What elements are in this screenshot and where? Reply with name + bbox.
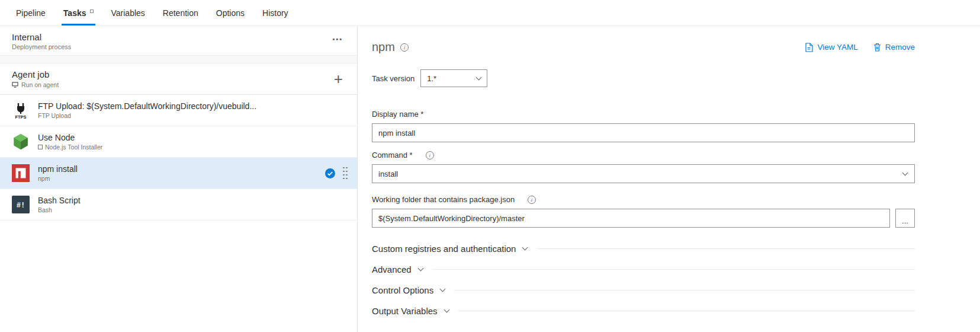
task-row-ftp-upload[interactable]: FTPS FTP Upload: $(System.DefaultWorking… [0,95,357,126]
working-folder-label: Working folder that contains package.jso… [372,195,515,204]
task-version-value: 1.* [427,74,436,83]
section-advanced[interactable]: Advanced [372,263,915,276]
section-divider [454,290,915,290]
view-yaml-button[interactable]: View YAML [805,43,857,52]
info-icon[interactable]: i [528,196,536,204]
tab-label: Pipeline [16,8,46,18]
view-yaml-label: View YAML [817,43,857,52]
process-header: Internal Deployment process ••• [0,26,357,56]
section-label: Control Options [372,285,433,295]
tab-options[interactable]: Options [207,0,253,25]
section-label: Custom registries and authentication [372,244,516,254]
chevron-down-icon [417,266,423,272]
task-subtitle: npm [38,175,50,182]
add-task-button[interactable]: + [328,71,349,87]
task-title: FTP Upload: $(System.DefaultWorkingDirec… [38,101,349,111]
remove-label: Remove [885,43,915,52]
section-custom-registries[interactable]: Custom registries and authentication [372,242,915,255]
task-title: Bash Script [38,196,349,205]
npm-icon [12,164,30,182]
tab-tasks[interactable]: Tasks [54,0,102,25]
tab-pipeline[interactable]: Pipeline [7,0,54,25]
chevron-down-icon [476,75,482,81]
svg-text:FTPS: FTPS [15,114,26,119]
process-title: Internal [12,32,71,42]
browse-button[interactable]: ... [895,209,915,228]
command-select[interactable]: install [372,164,915,183]
task-subtitle: FTP Upload [38,112,71,119]
agent-job-title: Agent job [12,69,59,79]
more-options-icon[interactable]: ••• [327,32,348,46]
bash-icon: #! [12,196,30,213]
command-label: Command * [372,151,413,159]
nodejs-icon [12,133,30,151]
tab-retention[interactable]: Retention [154,0,207,25]
section-output-variables[interactable]: Output Variables [372,304,915,317]
chevron-down-icon [522,245,528,251]
chevron-down-icon [902,170,908,176]
section-divider [536,248,915,249]
display-name-label: Display name * [372,110,423,119]
section-divider [458,311,915,311]
section-control-options[interactable]: Control Options [372,283,915,296]
remove-button[interactable]: Remove [873,43,915,52]
tab-history[interactable]: History [253,0,297,25]
node-subtitle-icon [38,145,43,149]
tab-label: History [262,8,288,18]
agent-job-row[interactable]: Agent job Run on agent + [0,63,357,95]
agent-job-subtitle: Run on agent [21,81,59,88]
working-folder-input[interactable] [372,209,890,228]
task-row-npm-install[interactable]: npm install npm [0,158,357,189]
agent-icon [12,82,18,88]
task-row-use-node[interactable]: Use Node Node.js Tool Installer [0,126,357,158]
display-name-input[interactable] [372,123,915,142]
trash-icon [873,43,881,52]
section-label: Advanced [372,264,412,274]
tab-variables[interactable]: Variables [102,0,154,25]
command-value: install [378,170,398,178]
yaml-file-icon [805,43,813,52]
tab-label: Variables [111,8,145,18]
drag-handle[interactable] [342,166,348,180]
chevron-down-icon [440,286,446,292]
tasks-flyout-icon [90,9,94,13]
pipeline-tab-bar: Pipeline Tasks Variables Retention Optio… [0,0,980,26]
section-divider [432,269,915,270]
task-subtitle: Node.js Tool Installer [45,143,102,151]
task-title: Use Node [38,133,349,142]
task-title: npm install [38,164,325,174]
task-detail-title: npm [372,40,395,54]
task-version-dropdown[interactable]: 1.* [420,69,487,87]
tab-label: Options [216,8,245,18]
selected-check-icon [325,168,335,178]
process-subtitle: Deployment process [12,43,71,50]
task-row-bash-script[interactable]: #! Bash Script Bash [0,189,357,221]
svg-text:#!: #! [17,202,25,210]
section-label: Output Variables [372,306,438,316]
task-subtitle: Bash [38,206,52,213]
panel-spacer [0,56,357,63]
info-icon[interactable]: i [400,43,409,52]
task-detail-panel: npm i View YAML Remove Task version 1.* [358,26,980,332]
info-icon[interactable]: i [426,151,434,159]
tab-label: Tasks [63,8,86,18]
task-version-label: Task version [372,74,415,83]
process-panel: Internal Deployment process ••• Agent jo… [0,26,358,332]
tab-label: Retention [163,8,198,18]
chevron-down-icon [444,307,449,313]
ftp-icon: FTPS [12,101,30,119]
